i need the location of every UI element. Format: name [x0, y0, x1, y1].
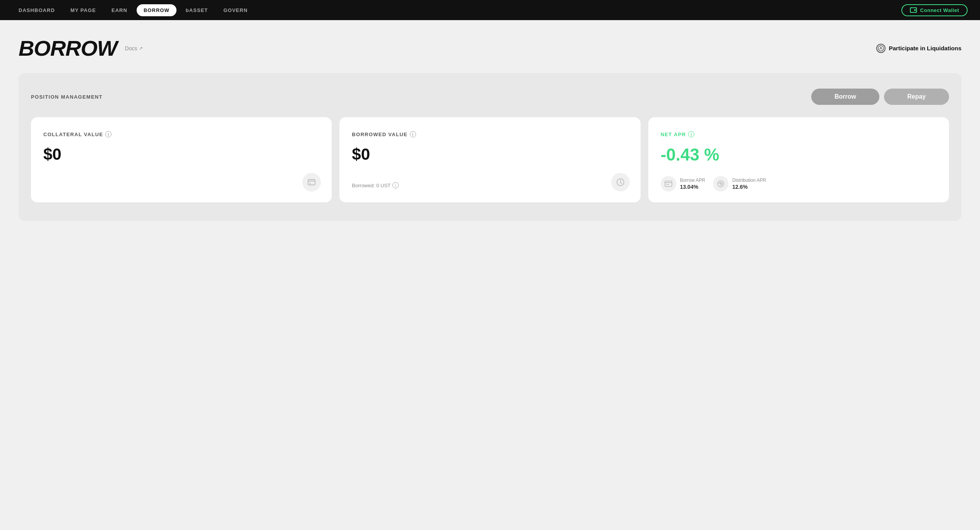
panel-actions: Borrow Repay: [811, 89, 949, 105]
collateral-icon: [302, 173, 321, 191]
svg-point-2: [878, 46, 884, 51]
collateral-info-icon[interactable]: i: [105, 131, 111, 137]
position-management-label: POSITION MANAGEMENT: [31, 94, 103, 100]
borrowed-icon: [611, 173, 630, 191]
apr-sub-row: Borrow APR 13.04%: [661, 176, 766, 191]
distribution-apr-label: Distribution APR: [732, 178, 766, 183]
apr-info-icon[interactable]: i: [688, 131, 694, 137]
position-panel: POSITION MANAGEMENT Borrow Repay COLLATE…: [19, 73, 961, 221]
wallet-icon: [910, 7, 917, 13]
cards-grid: COLLATERAL VALUE i $0 BORROWED VALUE i: [31, 117, 949, 202]
collateral-card: COLLATERAL VALUE i $0: [31, 117, 332, 202]
collateral-label: COLLATERAL VALUE i: [43, 131, 319, 137]
borrow-apr-icon: [661, 176, 676, 191]
repay-button[interactable]: Repay: [884, 89, 949, 105]
borrow-apr-value: 13.04%: [680, 184, 705, 190]
net-apr-card: NET APR i -0.43 % B: [648, 117, 949, 202]
page-title-area: BORROW Docs ↗: [19, 36, 143, 61]
borrow-apr-label: Borrow APR: [680, 178, 705, 183]
distribution-apr-item: Distribution APR 12.6%: [713, 176, 766, 191]
borrow-apr-text: Borrow APR 13.04%: [680, 178, 705, 190]
liquidations-link[interactable]: Participate in Liquidations: [876, 44, 961, 53]
nav-links: DASHBOARD MY PAGE EARN BORROW bASSET GOV…: [12, 4, 254, 16]
collateral-value: $0: [43, 145, 319, 164]
page-header: BORROW Docs ↗ Participate in Liquidation…: [19, 36, 961, 61]
apr-label: NET APR i: [661, 131, 937, 137]
nav-earn[interactable]: EARN: [105, 5, 134, 15]
connect-wallet-button[interactable]: Connect Wallet: [901, 4, 968, 16]
borrow-apr-item: Borrow APR 13.04%: [661, 176, 705, 191]
svg-rect-7: [665, 181, 672, 186]
nav-basset[interactable]: bASSET: [180, 5, 214, 15]
borrowed-info-icon[interactable]: i: [410, 131, 416, 137]
borrowed-card: BORROWED VALUE i $0 Borrowed: 0 UST i: [339, 117, 640, 202]
borrowed-label: BORROWED VALUE i: [352, 131, 628, 137]
distribution-apr-text: Distribution APR 12.6%: [732, 178, 766, 190]
borrowed-value: $0: [352, 145, 628, 164]
svg-point-9: [720, 183, 721, 185]
main-content: BORROW Docs ↗ Participate in Liquidation…: [0, 20, 980, 236]
navbar: DASHBOARD MY PAGE EARN BORROW bASSET GOV…: [0, 0, 980, 20]
docs-label: Docs: [125, 45, 137, 51]
docs-link[interactable]: Docs ↗: [125, 45, 143, 51]
liquidations-icon: [876, 44, 886, 53]
svg-point-5: [310, 183, 311, 184]
connect-wallet-label: Connect Wallet: [920, 7, 959, 13]
svg-point-3: [881, 47, 881, 48]
nav-my-page[interactable]: MY PAGE: [64, 5, 102, 15]
page-title: BORROW: [19, 36, 117, 61]
svg-rect-1: [914, 9, 916, 11]
distribution-apr-value: 12.6%: [732, 184, 766, 190]
liquidations-label: Participate in Liquidations: [889, 45, 961, 51]
nav-dashboard[interactable]: DASHBOARD: [12, 5, 61, 15]
apr-value: -0.43 %: [661, 145, 937, 164]
nav-govern[interactable]: GOVERN: [217, 5, 254, 15]
svg-rect-4: [308, 180, 315, 185]
borrowed-sub: Borrowed: 0 UST i: [352, 182, 399, 188]
external-link-icon: ↗: [139, 46, 143, 51]
nav-borrow[interactable]: BORROW: [137, 4, 176, 16]
distribution-apr-icon: [713, 176, 728, 191]
panel-header: POSITION MANAGEMENT Borrow Repay: [31, 89, 949, 105]
borrowed-sub-info-icon[interactable]: i: [392, 182, 399, 188]
borrow-button[interactable]: Borrow: [811, 89, 879, 105]
